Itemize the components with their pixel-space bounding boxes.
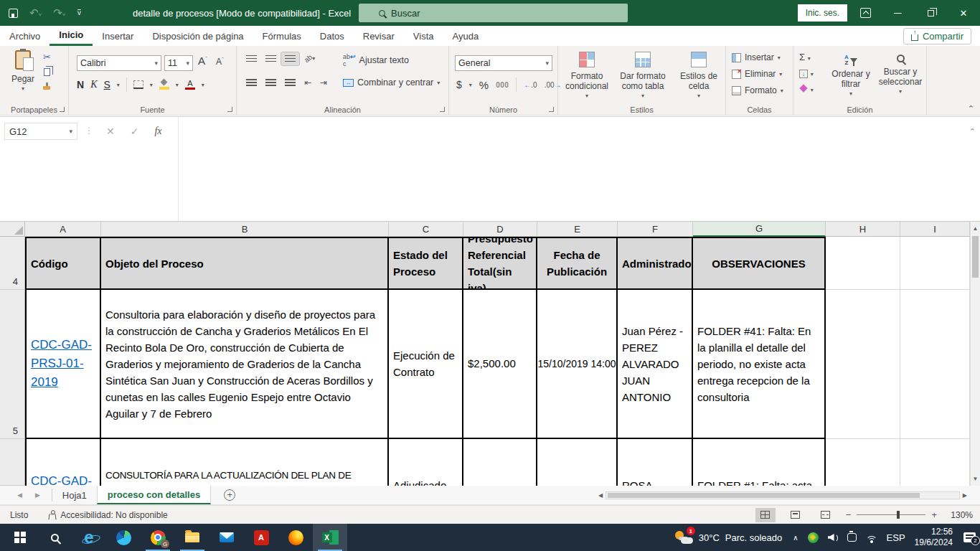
- page-break-view-icon[interactable]: [816, 508, 836, 522]
- cell-g4[interactable]: OBSERVACIONES: [693, 237, 826, 290]
- cell-e6[interactable]: [537, 439, 618, 486]
- cell-i6[interactable]: [900, 439, 970, 486]
- select-all-corner[interactable]: [0, 222, 25, 237]
- clock[interactable]: 12:56 19/6/2024: [915, 527, 953, 548]
- process-code-link[interactable]: CDC-GAD-PRSJ-01-2019: [31, 336, 95, 392]
- minimize-button[interactable]: [881, 0, 914, 26]
- increase-decimal-icon[interactable]: ←.0: [524, 81, 537, 89]
- formula-input[interactable]: [178, 117, 969, 221]
- delete-cells-button[interactable]: Eliminar▾: [732, 69, 782, 79]
- cancel-entry-icon[interactable]: ✕: [106, 126, 115, 137]
- row-header-4[interactable]: 4: [0, 237, 25, 290]
- format-as-table-button[interactable]: Dar formato como tabla▾: [616, 52, 670, 101]
- align-center-icon[interactable]: [262, 76, 280, 89]
- currency-icon[interactable]: $: [456, 79, 462, 90]
- name-box[interactable]: G12▾: [4, 123, 77, 140]
- redo-icon[interactable]: ↷˅: [53, 6, 65, 19]
- notification-center-icon[interactable]: 2: [963, 532, 976, 542]
- align-top-icon[interactable]: [242, 52, 260, 65]
- excel-taskbar-button[interactable]: X: [313, 524, 347, 551]
- align-bottom-icon[interactable]: [281, 52, 299, 65]
- weather-widget[interactable]: 1 30°C Parc. soleado: [674, 529, 783, 545]
- decrease-font-icon[interactable]: Aˇ: [216, 56, 224, 67]
- cell-f5[interactable]: Juan Pérez - PEREZ ALVARADO JUAN ANTONIO: [618, 290, 693, 439]
- font-dialog-launcher[interactable]: [227, 107, 232, 112]
- cell-d6[interactable]: [463, 439, 537, 486]
- cell-c6[interactable]: Adjudicado: [389, 439, 463, 486]
- collapse-ribbon-icon[interactable]: ⌃: [968, 104, 974, 113]
- customize-qat-icon[interactable]: ˅: [77, 9, 82, 17]
- autosum-icon[interactable]: Σ ▾: [799, 52, 811, 62]
- insert-cells-button[interactable]: Insertar▾: [732, 52, 781, 62]
- restore-button[interactable]: [914, 0, 947, 26]
- tab-vista[interactable]: Vista: [404, 26, 443, 46]
- insert-function-icon[interactable]: fx: [154, 126, 161, 137]
- sheet-tab-active[interactable]: proceso con detalles: [97, 486, 211, 504]
- cell-e4[interactable]: Fecha de Publicación: [537, 237, 618, 290]
- tab-inicio[interactable]: Inicio: [50, 26, 93, 46]
- antivirus-icon[interactable]: [808, 532, 819, 543]
- format-painter-icon[interactable]: [43, 83, 50, 90]
- col-header-g-selected[interactable]: G: [693, 222, 826, 237]
- fill-color-icon[interactable]: [159, 80, 169, 90]
- col-header-e[interactable]: E: [537, 222, 618, 237]
- mail-button[interactable]: [209, 524, 244, 551]
- increase-indent-icon[interactable]: ⇥: [316, 75, 331, 90]
- zoom-level[interactable]: 130%: [947, 510, 973, 520]
- cell-f6[interactable]: ROSA: [618, 439, 693, 486]
- enter-entry-icon[interactable]: ✓: [131, 126, 139, 137]
- format-cells-button[interactable]: Formato▾: [732, 85, 783, 95]
- volume-icon[interactable]: [828, 533, 838, 542]
- taskbar-search-button[interactable]: [37, 524, 72, 551]
- number-format-combo[interactable]: General▾: [455, 55, 552, 71]
- cell-styles-button[interactable]: Estilos de celda▾: [672, 52, 726, 101]
- process-code-link-2[interactable]: CDC-GAD-: [31, 472, 95, 486]
- scroll-down-icon[interactable]: ▼: [971, 474, 980, 484]
- orientation-icon[interactable]: ab▾: [301, 52, 319, 65]
- align-right-icon[interactable]: [281, 76, 299, 89]
- firefox-button[interactable]: [278, 524, 313, 551]
- col-header-b[interactable]: B: [101, 222, 389, 237]
- cell-a4[interactable]: Código: [25, 237, 101, 290]
- borders-icon[interactable]: [133, 80, 143, 89]
- increase-font-icon[interactable]: Aˆ: [198, 55, 207, 67]
- copy-icon[interactable]: [44, 68, 50, 76]
- italic-button[interactable]: K: [90, 79, 97, 90]
- bold-button[interactable]: N: [77, 79, 84, 90]
- name-box-caret-icon[interactable]: ▾: [69, 128, 72, 135]
- zoom-in-icon[interactable]: +: [931, 509, 937, 520]
- formula-bar-collapse-icon[interactable]: ⌃: [969, 127, 976, 136]
- cell-b6[interactable]: CONSULTORÍA PARA LA ACTUALIZACIÓN DEL PL…: [101, 439, 389, 486]
- vertical-scrollbar[interactable]: ▲ ▼: [970, 222, 980, 486]
- zoom-slider[interactable]: [857, 514, 925, 516]
- close-button[interactable]: ✕: [947, 0, 980, 26]
- acrobat-button[interactable]: A: [244, 524, 278, 551]
- fill-icon[interactable]: ↓ ▾: [799, 67, 814, 78]
- font-color-icon[interactable]: A: [185, 80, 195, 90]
- tab-ayuda[interactable]: Ayuda: [443, 26, 489, 46]
- cell-h4[interactable]: [826, 237, 900, 290]
- col-header-c[interactable]: C: [389, 222, 463, 237]
- col-header-h[interactable]: H: [826, 222, 900, 237]
- col-header-f[interactable]: F: [618, 222, 693, 237]
- cell-h6[interactable]: [826, 439, 900, 486]
- wrap-text-button[interactable]: ab↩c Ajustar texto: [343, 53, 409, 67]
- normal-view-icon[interactable]: [755, 508, 776, 522]
- merge-center-button[interactable]: ↔ Combinar y centrar ▾: [343, 77, 440, 88]
- language-indicator[interactable]: ESP: [887, 532, 905, 543]
- decrease-indent-icon[interactable]: ⇤: [301, 75, 315, 90]
- tab-revisar[interactable]: Revisar: [354, 26, 404, 46]
- underline-button[interactable]: S: [103, 79, 110, 90]
- internet-explorer-button[interactable]: e: [72, 524, 106, 551]
- zoom-out-icon[interactable]: −: [846, 509, 852, 520]
- cell-d5[interactable]: $2,500.00: [463, 290, 537, 439]
- conditional-format-button[interactable]: Formato condicional▾: [560, 52, 614, 101]
- align-middle-icon[interactable]: [262, 52, 280, 65]
- row-header-5[interactable]: 5: [0, 290, 25, 439]
- cell-e5[interactable]: 15/10/2019 14:00: [537, 290, 618, 439]
- new-sheet-icon[interactable]: +: [224, 489, 235, 501]
- page-layout-view-icon[interactable]: [786, 508, 806, 522]
- undo-icon[interactable]: ↶˅: [29, 6, 42, 19]
- find-select-button[interactable]: Buscar y seleccionar▾: [875, 52, 925, 97]
- tab-insertar[interactable]: Insertar: [93, 26, 143, 46]
